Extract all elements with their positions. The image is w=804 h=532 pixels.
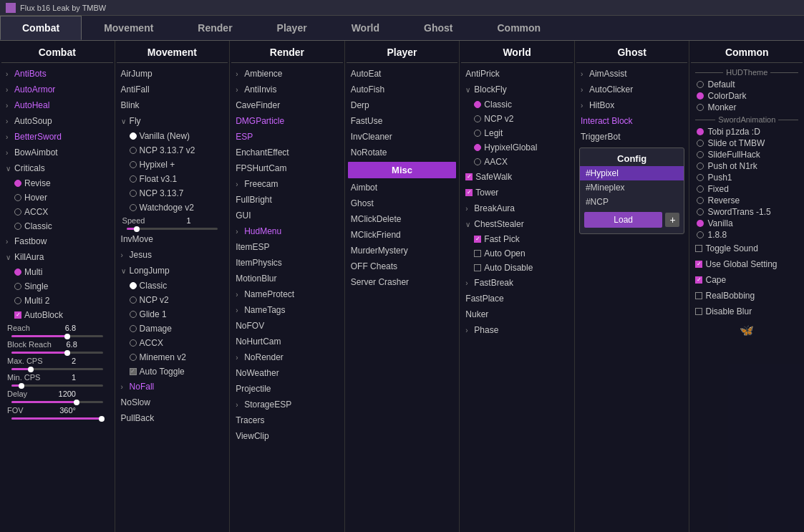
sub-lj-ncpv2[interactable]: NCP v2 [125,293,228,307]
item-projectile[interactable]: Projectile [231,381,343,397]
item-hudmenu[interactable]: ›HudMenu [231,223,343,239]
item-freecam[interactable]: ›Freecam [231,176,343,192]
sword-188[interactable]: 1.8.8 [691,229,803,241]
item-longjump[interactable]: ∨LongJump [117,263,228,279]
item-norender[interactable]: ›NoRender [231,349,343,365]
item-mclickdelete[interactable]: MClickDelete [347,211,458,227]
sub-lj-classic[interactable]: Classic [125,279,228,293]
item-tracers[interactable]: Tracers [231,412,343,428]
item-jesus[interactable]: ›Jesus [117,247,228,263]
sub-lj-glide1[interactable]: Glide 1 [125,307,228,321]
sword-swordtrans[interactable]: SwordTrans -1.5 [691,206,803,218]
item-breakaura[interactable]: ›BreakAura [461,200,573,216]
sub-hypixelplus[interactable]: Hypixel + [125,158,228,172]
toggle-cape[interactable]: Cape [691,272,803,288]
item-invcleaner[interactable]: InvCleaner [347,129,458,145]
item-autoarmor[interactable]: ›AutoArmor [1,82,113,97]
sub-vanilla-new[interactable]: Vanilla (New) [125,129,228,143]
sub-watchdoge[interactable]: Watchdoge v2 [125,200,228,215]
sword-pushotn1rk[interactable]: Push ot N1rk [691,160,803,172]
item-blink[interactable]: Blink [117,97,228,113]
slider-speed[interactable]: Speed 1 [117,215,228,226]
slider-mincps[interactable]: Min. CPS 1 [1,372,113,383]
slider-fov[interactable]: FOV 360° [1,405,113,416]
item-criticals[interactable]: ∨Criticals [1,160,113,176]
tab-world[interactable]: World [329,16,402,40]
sub-classic[interactable]: Classic [10,219,113,233]
item-bettersword[interactable]: ›BetterSword [1,129,113,145]
toggle-globalsetting[interactable]: Use Global Setting [691,256,803,272]
item-storageesp[interactable]: ›StorageESP [231,397,343,412]
sword-reverse[interactable]: Reverse [691,195,803,206]
tab-common[interactable]: Common [475,16,563,40]
sword-tobip1zda[interactable]: Tobi p1zda :D [691,126,803,137]
item-fastbreak[interactable]: ›FastBreak [461,275,573,291]
item-cheststealer[interactable]: ∨ChestStealer [461,216,573,232]
sub-autoblock[interactable]: AutoBlock [10,308,113,322]
item-enchanteffect[interactable]: EnchantEffect [231,145,343,160]
toggle-sound[interactable]: Toggle Sound [691,241,803,256]
sword-slidefullhack[interactable]: SlideFullHack [691,149,803,160]
item-viewclip[interactable]: ViewClip [231,428,343,444]
sub-ncp3137v2[interactable]: NCP 3.13.7 v2 [125,143,228,158]
toggle-realbobbing[interactable]: RealBobbing [691,288,803,304]
item-cavefinder[interactable]: CaveFinder [231,97,343,113]
slider-delay[interactable]: Delay 1200 [1,388,113,400]
hud-monker[interactable]: Monker [691,102,803,113]
plus-button[interactable]: + [665,213,679,227]
item-autoclicker[interactable]: ›AutoClicker [576,82,688,97]
sword-fixed[interactable]: Fixed [691,183,803,195]
sub-bf-classic[interactable]: Classic [470,97,573,112]
toggle-disableblur[interactable]: Disable Blur [691,304,803,319]
item-noslow[interactable]: NoSlow [117,395,228,410]
item-blockfly[interactable]: ∨BlockFly [461,82,573,97]
item-autofish[interactable]: AutoFish [347,82,458,97]
item-nofov[interactable]: NoFOV [231,318,343,334]
load-button[interactable]: Load [584,212,663,228]
sub-lj-accx[interactable]: ACCX [125,336,228,350]
sub-single[interactable]: Single [10,279,113,294]
tab-ghost[interactable]: Ghost [402,16,475,40]
item-fastuse[interactable]: FastUse [347,113,458,129]
sub-lj-damage[interactable]: Damage [125,321,228,336]
sword-push1[interactable]: Push1 [691,172,803,183]
item-mclickfriend[interactable]: MClickFriend [347,227,458,243]
sub-bf-aacx[interactable]: AACX [470,155,573,169]
item-autosoup[interactable]: ›AutoSoup [1,113,113,129]
sub-bf-legit[interactable]: Legit [470,126,573,140]
slider-reach[interactable]: Reach 6.8 [1,322,113,334]
item-phase[interactable]: ›Phase [461,322,573,338]
slider-blockreach[interactable]: Block Reach 6.8 [1,339,113,350]
sub-multi[interactable]: Multi [10,265,113,279]
item-nametags[interactable]: ›NameTags [231,302,343,318]
sub-cs-fastpick[interactable]: Fast Pick [470,232,573,246]
item-tower[interactable]: Tower [461,185,573,200]
item-dmgparticle[interactable]: DMGParticle [231,113,343,129]
item-aimassist[interactable]: ›AimAssist [576,66,688,82]
item-antibots[interactable]: ›AntiBots [1,66,113,82]
item-aimbot[interactable]: Aimbot [347,180,458,195]
item-itemphysics[interactable]: ItemPhysics [231,255,343,271]
sub-hover[interactable]: Hover [10,190,113,205]
item-nohurtcam[interactable]: NoHurtCam [231,334,343,349]
item-fullbright[interactable]: FullBright [231,192,343,208]
item-antifall[interactable]: AntiFall [117,82,228,97]
tab-combat[interactable]: Combat [0,16,82,40]
sword-slideottmbw[interactable]: Slide ot TMBW [691,137,803,149]
sub-cs-autodisable[interactable]: Auto Disable [470,261,573,275]
item-invmove[interactable]: InvMove [117,231,228,247]
config-item-ncp[interactable]: #NCP [580,195,684,209]
item-nameprotect[interactable]: ›NameProtect [231,286,343,302]
item-itemesp[interactable]: ItemESP [231,239,343,255]
sub-bf-hypixelglobal[interactable]: HypixelGlobal [470,140,573,155]
config-item-mineplex[interactable]: #Mineplex [580,180,684,195]
item-murdermystery[interactable]: MurderMystery [347,243,458,258]
item-ambience[interactable]: ›Ambience [231,66,343,82]
item-nofall[interactable]: ›NoFall [117,379,228,395]
tab-movement[interactable]: Movement [82,16,175,40]
item-bowaimbot[interactable]: ›BowAimbot [1,145,113,160]
sub-bf-ncpv2[interactable]: NCP v2 [470,112,573,126]
item-antiinvis[interactable]: ›AntiInvis [231,82,343,97]
item-fpshurtcam[interactable]: FPSHurtCam [231,160,343,176]
sub-lj-autotoggle[interactable]: Auto Toggle [125,364,228,379]
